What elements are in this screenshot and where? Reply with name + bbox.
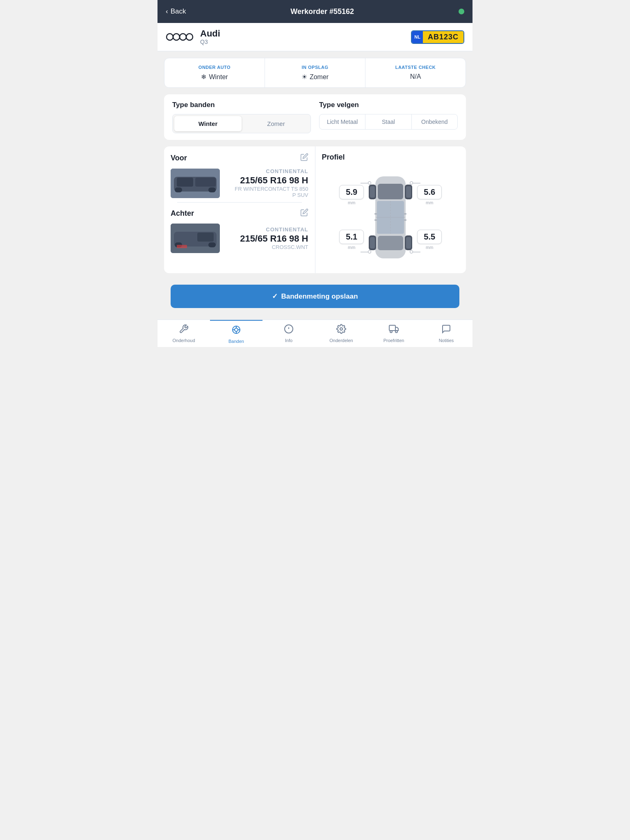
rear-left-value: 5.1 (339, 230, 364, 244)
audi-logo-svg (166, 29, 194, 45)
laatste-check-section: LAATSTE CHECK N/A (365, 58, 466, 87)
nav-item-info[interactable]: Info (262, 320, 315, 347)
tire-section-divider (177, 202, 302, 203)
voor-tire-info: CONTINENTAL 215/65 R16 98 H FR WINTERCON… (220, 168, 308, 198)
type-banden-title: Type banden (172, 101, 311, 109)
achter-car-svg (171, 224, 220, 253)
back-button[interactable]: ‹ Back (166, 7, 186, 16)
achter-tire-info: CONTINENTAL 215/65 R16 98 H CROSSC.WNT (220, 226, 308, 250)
tire-status-card: ONDER AUTO ❄ Winter IN OPSLAG ☀ Zomer LA… (164, 58, 466, 88)
car-brand: Audi (200, 29, 220, 39)
svg-point-46 (390, 331, 392, 333)
type-banden-group: Type banden Winter Zomer (172, 101, 311, 133)
staal-btn[interactable]: Staal (365, 114, 411, 129)
svg-rect-30 (374, 213, 377, 215)
svg-rect-17 (378, 184, 403, 199)
svg-point-47 (395, 331, 397, 333)
voor-car-svg (171, 169, 220, 198)
save-btn-container: ✓ Bandenmeting opslaan (164, 280, 466, 313)
rear-right-value: 5.5 (417, 230, 442, 244)
save-button[interactable]: ✓ Bandenmeting opslaan (171, 285, 459, 308)
winter-toggle-btn[interactable]: Winter (174, 116, 242, 131)
svg-rect-18 (378, 236, 403, 250)
license-plate-number: AB123C (423, 31, 463, 43)
gear-icon (336, 324, 346, 336)
achter-car-image (171, 224, 220, 253)
front-left-value: 5.9 (339, 185, 364, 199)
achter-tire-row: CONTINENTAL 215/65 R16 98 H CROSSC.WNT (171, 224, 308, 253)
car-top-view-svg (368, 172, 413, 262)
profiel-right-col: 5.6 mm 5.5 mm (417, 185, 442, 250)
front-right-unit: mm (426, 200, 433, 205)
header: ‹ Back Werkorder #55162 (158, 0, 472, 23)
nav-item-onderhoud[interactable]: Onderhoud (158, 320, 210, 347)
license-plate: NL AB123C (411, 30, 464, 44)
car-center (368, 172, 413, 262)
notes-icon (441, 324, 451, 336)
car-info-bar: Audi Q3 NL AB123C (158, 23, 472, 51)
svg-point-1 (173, 34, 180, 40)
svg-point-43 (340, 328, 342, 330)
nav-onderhoud-label: Onderhoud (172, 338, 195, 343)
tire-left-panel: Voor (164, 146, 315, 273)
nav-info-label: Info (285, 338, 292, 343)
front-left-unit: mm (348, 200, 355, 205)
in-opslag-label: IN OPSLAG (269, 65, 361, 70)
svg-rect-33 (404, 219, 406, 221)
achter-header: Achter (171, 208, 308, 219)
car-icon (389, 324, 399, 336)
svg-marker-45 (395, 327, 398, 331)
nav-proefritten-label: Proefritten (383, 338, 404, 343)
front-right-measurement: 5.6 mm (417, 185, 442, 205)
tire-icon (231, 325, 241, 337)
profiel-left-col: 5.9 mm 5.1 mm (339, 185, 364, 250)
achter-brand: CONTINENTAL (220, 226, 308, 233)
nav-item-proefritten[interactable]: Proefritten (368, 320, 420, 347)
voor-title: Voor (171, 154, 187, 162)
nav-onderdelen-label: Onderdelen (329, 338, 353, 343)
svg-rect-12 (197, 233, 214, 242)
onder-auto-value: ❄ Winter (169, 73, 260, 81)
back-arrow-icon: ‹ (166, 7, 168, 16)
voor-header: Voor (171, 153, 308, 163)
achter-size: 215/65 R16 98 H (220, 233, 308, 244)
svg-rect-31 (374, 219, 377, 221)
svg-point-0 (167, 34, 173, 40)
nav-item-notities[interactable]: Notities (420, 320, 472, 347)
svg-rect-8 (208, 187, 216, 192)
onder-auto-section: ONDER AUTO ❄ Winter (164, 58, 265, 87)
licht-metaal-btn[interactable]: Licht Metaal (320, 114, 365, 129)
tire-right-panel: Profiel 5.9 mm 5.1 mm (315, 146, 466, 273)
onder-auto-label: ONDER AUTO (169, 65, 260, 70)
brand-logo (166, 29, 194, 45)
onbekend-btn[interactable]: Onbekend (412, 114, 457, 129)
winter-snowflake-icon: ❄ (201, 73, 206, 81)
tire-halves: Voor (164, 146, 466, 273)
nav-item-onderdelen[interactable]: Onderdelen (315, 320, 368, 347)
nav-notities-label: Notities (439, 338, 454, 343)
achter-edit-icon[interactable] (300, 208, 308, 219)
front-left-measurement: 5.9 mm (339, 185, 364, 205)
type-velgen-title: Type velgen (319, 101, 458, 109)
rear-right-measurement: 5.5 mm (417, 230, 442, 250)
license-plate-country: NL (412, 31, 423, 43)
zomer-toggle-btn[interactable]: Zomer (242, 115, 310, 132)
back-label: Back (171, 7, 186, 16)
voor-brand: CONTINENTAL (220, 168, 308, 174)
info-icon (284, 324, 294, 336)
header-title: Werkorder #55162 (290, 7, 354, 16)
svg-rect-6 (177, 178, 193, 187)
front-right-value: 5.6 (417, 185, 442, 199)
in-opslag-section: IN OPSLAG ☀ Zomer (265, 58, 365, 87)
nav-item-banden[interactable]: Banden (210, 320, 262, 347)
rear-left-measurement: 5.1 mm (339, 230, 364, 250)
status-indicator (459, 9, 464, 14)
save-label: Bandenmeting opslaan (281, 292, 358, 301)
wrench-icon (179, 324, 189, 336)
main-content: ONDER AUTO ❄ Winter IN OPSLAG ☀ Zomer LA… (158, 51, 472, 320)
svg-rect-25 (370, 237, 375, 249)
voor-edit-icon[interactable] (300, 153, 308, 163)
type-banden-toggle: Winter Zomer (172, 114, 311, 133)
voor-model: FR WINTERCONTACT TS 850P SUV (220, 186, 308, 198)
type-velgen-toggle: Licht Metaal Staal Onbekend (319, 114, 458, 130)
